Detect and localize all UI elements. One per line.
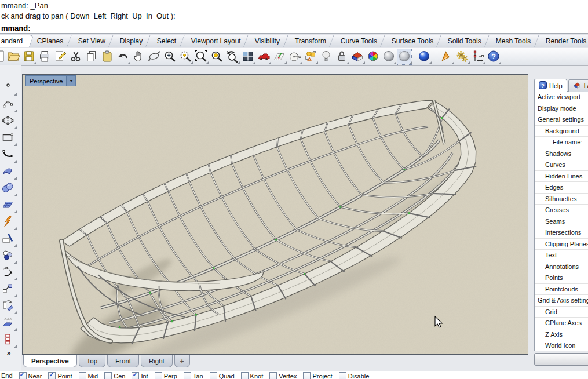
rebuild-curve-tool-button[interactable] <box>1 265 18 282</box>
toolbar-tab-viewport-layout[interactable]: Viewport Layout <box>180 35 252 47</box>
trim-tool-button[interactable] <box>1 231 18 248</box>
viewport-tab-front[interactable]: Front <box>107 355 139 367</box>
setting-row-clipping-planes[interactable]: Clipping Planes <box>535 239 588 250</box>
help-button[interactable]: ? <box>487 49 501 64</box>
osnap-checkbox-mid[interactable] <box>79 372 86 379</box>
copy-button[interactable] <box>85 49 98 64</box>
surface-tool-button[interactable] <box>1 164 18 181</box>
cplane-button[interactable] <box>272 49 286 64</box>
toolbar-tab-mesh-tools[interactable]: Mesh Tools <box>484 35 542 47</box>
setting-row-display-mode[interactable]: Display mode <box>535 103 588 115</box>
options-button[interactable] <box>455 49 469 64</box>
cut-button[interactable] <box>69 49 83 64</box>
array-tool-button[interactable] <box>1 332 18 349</box>
viewport-tab-perspective[interactable]: Perspective <box>23 355 77 367</box>
panel-tab-help[interactable]: ?Help <box>534 79 567 92</box>
osnap-checkbox-point[interactable] <box>48 372 56 379</box>
undo-button[interactable] <box>116 49 130 64</box>
setting-row-shadows[interactable]: Shadows <box>535 148 588 160</box>
open-file-button[interactable] <box>6 49 20 64</box>
setting-row-pointclouds[interactable]: Pointclouds <box>535 284 588 296</box>
light-button[interactable] <box>319 49 333 64</box>
setting-row-background[interactable]: Background <box>535 126 588 137</box>
select-objects-button[interactable] <box>304 49 317 64</box>
viewport-title-dropdown-icon[interactable]: ▼ <box>66 76 75 86</box>
print-button[interactable] <box>38 49 52 64</box>
setting-row-world-icon[interactable]: World Icon <box>535 340 588 351</box>
setting-row-hidden-lines[interactable]: Hidden Lines <box>535 171 588 183</box>
setting-row-grid[interactable]: Grid <box>535 307 588 318</box>
rotate-tool-button[interactable] <box>1 298 18 315</box>
osnap-checkbox-perp[interactable] <box>155 372 162 379</box>
setting-row-file-name-[interactable]: File name: <box>535 137 588 148</box>
rendered-display-button[interactable] <box>417 49 431 64</box>
setting-row-creases[interactable]: Creases <box>535 205 588 216</box>
lock-button[interactable] <box>335 49 349 64</box>
move-tool-button[interactable] <box>1 282 18 298</box>
zoom-window-button[interactable] <box>178 49 192 64</box>
osnap-checkbox-tan[interactable] <box>184 372 191 379</box>
ellipse-tool-button[interactable] <box>1 114 18 130</box>
osnap-checkbox-disable[interactable] <box>339 372 346 379</box>
setting-row-z-axis[interactable]: Z Axis <box>535 329 588 341</box>
setting-row-edges[interactable]: Edges <box>535 182 588 194</box>
edit-page-button[interactable] <box>53 49 67 64</box>
dimension-button[interactable] <box>471 49 485 64</box>
toolbar-tab-andard[interactable]: andard <box>0 35 34 47</box>
zoom-selected-button[interactable] <box>210 49 224 64</box>
setting-row-cplane-axes[interactable]: CPlane Axes <box>535 318 588 329</box>
mesh-tool-button[interactable] <box>1 198 18 214</box>
sphere-tool-button[interactable] <box>1 181 18 198</box>
arc-tool-button[interactable] <box>1 147 18 164</box>
viewport-layout-button[interactable] <box>241 49 255 64</box>
rectangle-tool-button[interactable] <box>1 130 18 147</box>
setting-row-points[interactable]: Points <box>535 272 588 284</box>
toolbar-tab-surface-tools[interactable]: Surface Tools <box>380 35 445 47</box>
setting-row-annotations[interactable]: Annotations <box>535 261 588 273</box>
osnap-checkbox-vertex[interactable] <box>269 372 277 379</box>
set-view-button[interactable] <box>288 49 302 64</box>
undo-view-button[interactable] <box>225 49 239 64</box>
panel-button[interactable] <box>534 353 588 366</box>
setting-row-silhouettes[interactable]: Silhouettes <box>535 194 588 205</box>
command-prompt-input[interactable]: mmand: <box>0 23 588 34</box>
osnap-checkbox-quad[interactable] <box>210 372 217 379</box>
setting-row-intersections[interactable]: Intersections <box>535 227 588 239</box>
osnap-checkbox-cen[interactable] <box>104 372 112 379</box>
more-tools-chevron[interactable]: » <box>0 349 17 357</box>
gumball-button[interactable] <box>440 49 454 64</box>
command-history[interactable]: mmand: _Pan ck and drag to pan ( Down Le… <box>0 0 588 23</box>
color-wheel-button[interactable] <box>366 49 380 64</box>
paste-button[interactable] <box>100 49 114 64</box>
viewport-tab-top[interactable]: Top <box>79 355 106 367</box>
shaded-display-button[interactable] <box>382 49 396 64</box>
setting-row-curves[interactable]: Curves <box>535 159 588 171</box>
osnap-checkbox-project[interactable] <box>303 372 311 379</box>
join-tool-button[interactable] <box>1 248 18 265</box>
osnap-checkbox-knot[interactable] <box>241 372 249 379</box>
setting-row-seams[interactable]: Seams <box>535 216 588 228</box>
zoom-in-button[interactable] <box>163 49 177 64</box>
zoom-extents-button[interactable] <box>194 49 208 64</box>
save-button[interactable] <box>22 49 36 64</box>
setting-row-general-settings[interactable]: General settings <box>535 114 588 126</box>
rotate-view-button[interactable] <box>147 49 161 64</box>
pan-button[interactable] <box>132 49 145 64</box>
panel-tab-lay[interactable]: Lay <box>568 79 588 92</box>
point-tool-button[interactable] <box>1 80 18 97</box>
toolbar-tab-curve-tools[interactable]: Curve Tools <box>329 35 389 47</box>
ghosted-display-button[interactable] <box>397 49 411 64</box>
viewport-tab-right[interactable]: Right <box>141 355 173 367</box>
viewport-title[interactable]: Perspective ▼ <box>25 75 76 86</box>
new-viewport-tab-button[interactable]: + <box>174 355 190 367</box>
setting-row-grid-axis-settings[interactable]: Grid & Axis settings <box>535 295 588 307</box>
named-view-button[interactable] <box>257 49 271 64</box>
setting-row-active-viewport[interactable]: Active viewport <box>535 92 588 103</box>
extrude-surface-tool-button[interactable] <box>1 315 18 332</box>
osnap-checkbox-int[interactable] <box>132 372 139 379</box>
control-point-curve-tool-button[interactable] <box>1 97 18 114</box>
toolbar-tab-render-tools[interactable]: Render Tools <box>534 35 588 47</box>
perspective-viewport[interactable]: Perspective ▼ <box>22 74 528 355</box>
layers-button[interactable] <box>350 49 364 64</box>
osnap-checkbox-near[interactable] <box>19 372 27 379</box>
